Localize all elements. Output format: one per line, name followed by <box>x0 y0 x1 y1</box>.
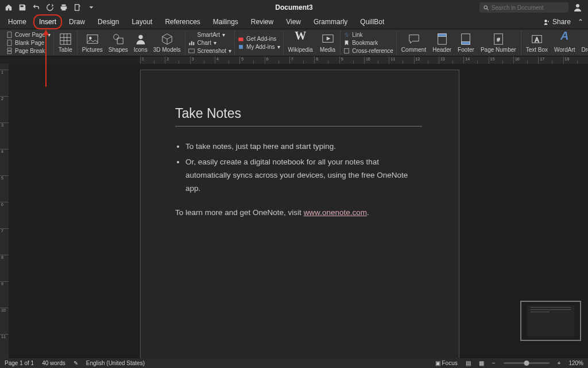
doc-bullet[interactable]: Or, easily create a digital notebook for… <box>185 156 415 195</box>
shapes-icon <box>112 33 125 45</box>
table-icon <box>59 33 72 45</box>
chevron-down-icon[interactable] <box>87 3 95 12</box>
svg-rect-19 <box>239 45 243 49</box>
drop-cap-button[interactable]: ADrop Cap <box>580 30 589 55</box>
media-icon <box>322 33 334 45</box>
svg-point-2 <box>576 4 579 7</box>
smartart-button[interactable]: SmartArt ▾ <box>188 31 231 39</box>
wordart-icon: A <box>558 33 571 45</box>
svg-rect-5 <box>7 40 11 45</box>
tab-quillbot[interactable]: QuillBot <box>359 16 385 28</box>
ribbon-expand-icon[interactable]: ⌃ <box>578 18 583 26</box>
tab-references[interactable]: References <box>164 16 201 28</box>
print-icon[interactable] <box>60 3 68 12</box>
share-button[interactable]: Share <box>543 18 571 26</box>
header-icon <box>436 33 448 45</box>
navigation-thumbnail[interactable] <box>520 301 581 341</box>
tab-design[interactable]: Design <box>96 16 120 28</box>
svg-rect-8 <box>60 33 71 44</box>
footer-button[interactable]: Footer <box>456 30 476 55</box>
tab-draw[interactable]: Draw <box>68 16 86 28</box>
svg-rect-14 <box>189 43 191 45</box>
my-addins-button[interactable]: My Add-ins ▾ <box>238 43 280 51</box>
view-web-icon[interactable]: ▦ <box>479 360 484 366</box>
tab-grammarly[interactable]: Grammarly <box>312 16 349 28</box>
svg-rect-23 <box>438 33 446 36</box>
user-account-icon[interactable] <box>573 3 582 12</box>
tab-insert[interactable]: Insert <box>38 16 57 28</box>
doc-bullet[interactable]: To take notes, just tap here and start t… <box>185 140 415 154</box>
tab-view[interactable]: View <box>285 16 302 28</box>
header-button[interactable]: Header <box>431 30 453 55</box>
bookmark-icon <box>343 40 350 46</box>
cube-icon <box>161 33 173 45</box>
wordart-button[interactable]: AWordArt <box>552 30 577 55</box>
link-button[interactable]: Link <box>343 31 393 39</box>
tab-home[interactable]: Home <box>7 16 28 28</box>
chart-button[interactable]: Chart ▾ <box>188 39 231 47</box>
cover-page-button[interactable]: Cover Page ▾ <box>6 31 51 39</box>
save-icon[interactable] <box>18 3 26 12</box>
pictures-button[interactable]: Pictures <box>80 30 105 55</box>
page-number-button[interactable]: #Page Number <box>479 30 518 55</box>
svg-point-13 <box>138 34 142 39</box>
tab-layout[interactable]: Layout <box>130 16 153 28</box>
new-icon[interactable] <box>74 3 82 12</box>
zoom-in-button[interactable]: + <box>558 360 561 366</box>
blank-page-button[interactable]: Blank Page <box>6 39 51 47</box>
screenshot-icon <box>188 48 195 54</box>
undo-icon[interactable] <box>32 3 40 12</box>
tab-review[interactable]: Review <box>250 16 274 28</box>
doc-paragraph[interactable]: To learn more and get OneNote, visit www… <box>175 208 424 217</box>
table-button[interactable]: Table <box>57 33 74 53</box>
zoom-slider[interactable] <box>504 362 550 364</box>
home-icon[interactable] <box>5 3 13 12</box>
horizontal-ruler[interactable]: 123456789101112131415161718 <box>0 56 588 64</box>
wikipedia-button[interactable]: WWikipedia <box>287 30 315 55</box>
search-box[interactable] <box>479 2 568 13</box>
svg-point-3 <box>544 20 547 22</box>
shapes-button[interactable]: Shapes <box>107 30 130 55</box>
wikipedia-icon: W <box>294 33 307 45</box>
svg-point-11 <box>114 34 119 39</box>
status-spellcheck-icon[interactable]: ✎ <box>74 360 78 366</box>
vertical-ruler[interactable]: 1234567891011 <box>0 64 9 358</box>
page-break-button[interactable]: Page Break <box>6 47 51 55</box>
search-input[interactable] <box>492 5 565 11</box>
focus-mode-button[interactable]: ▣ Focus <box>435 360 458 366</box>
text-box-button[interactable]: AText Box <box>524 30 550 55</box>
xref-icon <box>343 48 350 54</box>
svg-rect-6 <box>7 48 11 50</box>
store-icon <box>238 36 244 42</box>
svg-rect-7 <box>7 51 11 53</box>
svg-point-10 <box>89 37 91 39</box>
svg-rect-4 <box>7 32 11 37</box>
icons-button[interactable]: Icons <box>132 30 149 55</box>
zoom-out-button[interactable]: − <box>492 360 496 366</box>
cross-reference-button[interactable]: Cross-reference <box>343 47 393 55</box>
3d-models-button[interactable]: 3D Models <box>152 30 183 55</box>
status-word-count[interactable]: 40 words <box>42 360 65 366</box>
link-icon <box>343 32 350 38</box>
doc-link[interactable]: www.onenote.com <box>304 208 367 217</box>
doc-heading[interactable]: Take Notes <box>175 106 424 121</box>
status-page[interactable]: Page 1 of 1 <box>5 360 34 366</box>
svg-rect-0 <box>75 5 79 11</box>
media-button[interactable]: Media <box>318 30 337 55</box>
svg-text:#: # <box>497 36 500 42</box>
get-addins-button[interactable]: Get Add-ins <box>238 35 280 43</box>
share-icon <box>543 18 550 25</box>
view-print-icon[interactable]: ▤ <box>466 360 471 366</box>
status-language[interactable]: English (United States) <box>86 360 145 366</box>
document-title: Document3 <box>275 3 312 12</box>
document-page[interactable]: Take Notes To take notes, just tap here … <box>140 70 459 358</box>
chart-icon <box>188 40 195 46</box>
tab-mailings[interactable]: Mailings <box>212 16 239 28</box>
comment-button[interactable]: Comment <box>400 30 428 55</box>
zoom-level[interactable]: 120% <box>568 360 583 366</box>
screenshot-button[interactable]: Screenshot ▾ <box>188 47 231 55</box>
bookmark-button[interactable]: Bookmark <box>343 39 393 47</box>
redo-icon[interactable] <box>46 3 54 12</box>
footer-icon <box>459 33 472 45</box>
document-canvas[interactable]: Take Notes To take notes, just tap here … <box>9 64 588 358</box>
